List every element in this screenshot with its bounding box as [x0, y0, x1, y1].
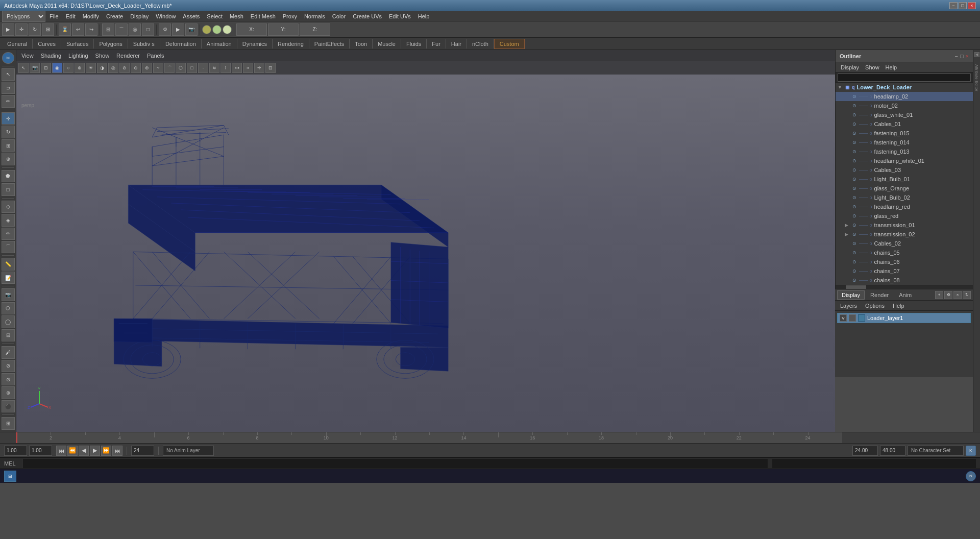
vp-nurbs-btn[interactable]: ⌒	[164, 63, 175, 73]
tab-rendering[interactable]: Rendering	[273, 39, 309, 48]
snap-point-btn[interactable]: ◎	[129, 23, 141, 36]
tab-surfaces[interactable]: Surfaces	[61, 39, 94, 48]
outliner-item-16[interactable]: ⊙—— oCables_02	[836, 239, 973, 248]
step-back-btn[interactable]: ⏪	[67, 446, 78, 456]
menu-create-uvs[interactable]: Create UVs	[350, 12, 385, 20]
quality-high-btn[interactable]	[223, 25, 232, 34]
redo-btn[interactable]: ↪	[85, 23, 97, 36]
playhead[interactable]	[16, 432, 17, 444]
vp-xray-btn[interactable]: ◎	[108, 63, 118, 73]
vp-menu-lighting[interactable]: Lighting	[66, 52, 90, 60]
viewport-3d[interactable]: View Shading Lighting Show Renderer Pane…	[16, 50, 835, 432]
layer-tab-anim[interactable]: Anim	[894, 290, 916, 300]
tab-deformation[interactable]: Deformation	[160, 39, 202, 48]
expand-icon[interactable]: ▶	[845, 223, 850, 228]
show-manip-btn[interactable]: ⊞	[2, 417, 15, 429]
anno-btn[interactable]: 📝	[2, 272, 15, 284]
joint-btn[interactable]: ⊘	[2, 360, 15, 372]
outliner-item-4[interactable]: ⊙—— ofastening_015	[836, 129, 973, 138]
scale-tool-btn[interactable]: ⊞	[42, 23, 54, 36]
tab-general[interactable]: General	[2, 39, 33, 48]
vp-shadow-btn[interactable]: ◑	[97, 63, 107, 73]
outliner-item-1[interactable]: ⊙—— omotor_02	[836, 101, 973, 110]
measure-btn[interactable]: 📏	[2, 258, 15, 270]
outliner-item-11[interactable]: ⊙—— oLight_Bulb_02	[836, 193, 973, 202]
subdiv-btn[interactable]: ⊟	[2, 329, 15, 341]
quality-low-btn[interactable]	[202, 25, 211, 34]
nurbs-btn[interactable]: ◯	[2, 315, 15, 328]
menu-normals[interactable]: Normals	[301, 12, 328, 20]
vp-menu-panels[interactable]: Panels	[145, 52, 166, 60]
menu-help[interactable]: Help	[415, 12, 433, 20]
outliner-root-item[interactable]: ▼ ▣ q Lower_Deck_Loader	[836, 83, 973, 92]
outliner-item-15[interactable]: ▶⊙—— otransmission_02	[836, 230, 973, 239]
menu-edit-uvs[interactable]: Edit UVs	[386, 12, 414, 20]
paint-skin-btn[interactable]: 🖌	[2, 346, 15, 358]
tab-curves[interactable]: Curves	[33, 39, 61, 48]
tab-painteffects[interactable]: PaintEffects	[309, 39, 350, 48]
vp-deformers-btn[interactable]: ⊛	[142, 63, 152, 73]
menu-mesh[interactable]: Mesh	[227, 12, 247, 20]
outliner-item-9[interactable]: ⊙—— oLight_Bulb_01	[836, 175, 973, 184]
menu-file[interactable]: File	[46, 12, 62, 20]
paint-weights-btn[interactable]: ⚫	[2, 400, 15, 412]
menu-color[interactable]: Color	[329, 12, 349, 20]
move-tool-btn[interactable]: ✛	[15, 23, 28, 36]
skip-to-end-btn[interactable]: ⏭	[112, 446, 122, 456]
outliner-item-2[interactable]: ⊙—— oglass_white_01	[836, 110, 973, 119]
arc-btn[interactable]: ⌒	[2, 241, 15, 253]
rotate-tool-btn[interactable]: ↻	[29, 23, 41, 36]
outliner-search-input[interactable]	[838, 74, 971, 82]
outliner-item-18[interactable]: ⊙—— ochains_06	[836, 257, 973, 266]
layer-item[interactable]: V Loader_layer1	[837, 313, 971, 323]
vp-ncloth-btn[interactable]: ≈	[243, 63, 253, 73]
scale-btn[interactable]: ⊞	[2, 139, 15, 152]
vp-light-btn[interactable]: ☀	[86, 63, 96, 73]
vp-select-btn[interactable]: ↖	[18, 63, 29, 73]
expand-icon[interactable]: ▶	[845, 232, 850, 237]
undo-btn[interactable]: ↩	[72, 23, 84, 36]
maximize-button[interactable]: □	[959, 2, 967, 9]
tab-toon[interactable]: Toon	[350, 39, 373, 48]
tab-fur[interactable]: Fur	[427, 39, 446, 48]
layer-tab-render[interactable]: Render	[866, 290, 893, 300]
play-forward-btn[interactable]: ▶	[90, 446, 100, 456]
anim-end-field1[interactable]	[852, 446, 878, 456]
menu-proxy[interactable]: Proxy	[280, 12, 300, 20]
start-btn[interactable]: ⊞	[4, 471, 16, 482]
outliner-maximize-btn[interactable]: □	[960, 53, 964, 59]
script-input[interactable]	[22, 459, 768, 468]
outliner-item-20[interactable]: ⊙—— ochains_08	[836, 276, 973, 285]
xform-btn[interactable]: □	[2, 183, 15, 195]
timeline-ruler[interactable]: 124681012141618202224	[16, 432, 842, 444]
step-forward-btn[interactable]: ⏩	[101, 446, 111, 456]
layer-refresh-btn[interactable]: ↻	[963, 291, 971, 299]
pencil-btn[interactable]: ✏	[2, 228, 15, 240]
render-btn[interactable]: ▶	[172, 23, 184, 36]
snap-grid-btn[interactable]: ⊟	[102, 23, 114, 36]
tab-animation[interactable]: Animation	[202, 39, 237, 48]
attr-collapse-btn[interactable]: ◀	[974, 52, 979, 57]
layer-tab-display[interactable]: Display	[837, 290, 865, 300]
outliner-item-17[interactable]: ⊙—— ochains_05	[836, 248, 973, 257]
lasso-btn[interactable]: ⊃	[2, 82, 15, 94]
vp-menu-show[interactable]: Show	[93, 52, 112, 60]
outliner-item-7[interactable]: ⊙—— oheadlamp_white_01	[836, 156, 973, 165]
vp-motion-trails-btn[interactable]: ~	[153, 63, 163, 73]
tab-polygons[interactable]: Polygons	[94, 39, 128, 48]
menu-display[interactable]: Display	[127, 12, 152, 20]
vp-fluids-btn[interactable]: ≋	[209, 63, 219, 73]
layer-menu-help[interactable]: Help	[890, 302, 908, 310]
tab-custom[interactable]: Custom	[494, 39, 525, 49]
quality-med-btn[interactable]	[212, 25, 222, 34]
vp-panel-btn[interactable]: ⊟	[265, 63, 276, 73]
outliner-menu-help[interactable]: Help	[883, 63, 900, 71]
tab-fluids[interactable]: Fluids	[401, 39, 427, 48]
range-start-field[interactable]	[4, 446, 27, 456]
history-btn[interactable]: ⌛	[59, 23, 71, 36]
curve-cv-btn[interactable]: ◇	[2, 201, 15, 213]
curve-ep-btn[interactable]: ◈	[2, 214, 15, 226]
select-tool-btn[interactable]: ▶	[2, 23, 14, 36]
menu-select[interactable]: Select	[204, 12, 226, 20]
paint-select-btn[interactable]: ✏	[2, 95, 15, 107]
